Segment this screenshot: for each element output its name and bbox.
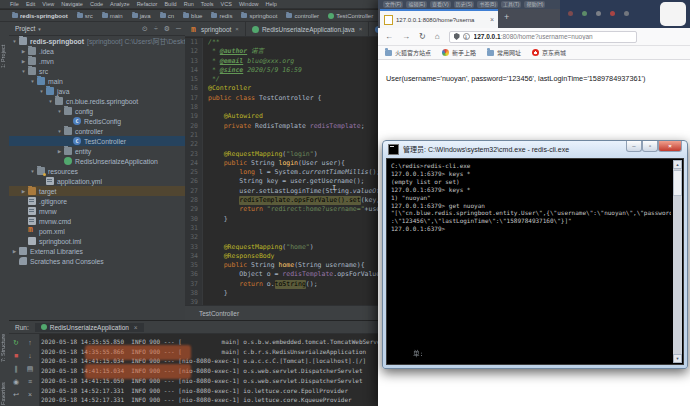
back-icon[interactable]: ← (385, 33, 393, 41)
menu-item[interactable]: Navigate (61, 1, 83, 7)
settings-icon[interactable]: ↩ (13, 391, 19, 398)
tree-item-config[interactable]: ▼config (9, 106, 185, 116)
nav-bar-item[interactable]: main (102, 13, 123, 19)
gear-icon[interactable]: ⚙ (164, 25, 170, 32)
scroll-down-icon[interactable]: ▼ (673, 354, 682, 363)
browser-menu-item[interactable]: 编辑(E) (406, 1, 427, 8)
print-icon[interactable]: ≡ (28, 378, 32, 385)
browser-menu-item[interactable]: 书签(B) (477, 1, 498, 8)
editor-tab[interactable]: RedisUnserialzeApplication.java× (246, 22, 369, 36)
new-tab-button[interactable]: + (504, 12, 509, 22)
menu-item[interactable]: Tools (201, 1, 214, 7)
bookmark-item[interactable]: 常用网址 (487, 48, 521, 57)
tree-item-java[interactable]: ▼java (9, 86, 185, 96)
tree-item--gitignore[interactable]: .gitignore (9, 196, 185, 206)
menu-item[interactable]: Run (184, 1, 194, 7)
tree-item-main[interactable]: ▼main (9, 76, 185, 86)
collapse-all-icon[interactable]: ÷ (154, 25, 158, 32)
browser-menu-item[interactable]: 查看(V) (430, 1, 451, 8)
rerun-icon[interactable]: ↻ (13, 339, 19, 346)
tree-item-cn-blue-redis-springboot[interactable]: ▼cn.blue.redis.springboot (9, 96, 185, 106)
tree-item-redisconfig[interactable]: RedisConfig (9, 116, 185, 126)
tree-item-src[interactable]: ▼src (9, 66, 185, 76)
restore-layout-icon[interactable]: ▤ (27, 365, 34, 372)
snapshot-icon[interactable]: ◉ (13, 378, 19, 385)
reload-icon[interactable]: ↻ (419, 33, 426, 41)
tree-item-testcontroller[interactable]: TestController (9, 136, 185, 146)
menu-item[interactable]: Analyze (110, 1, 130, 7)
url-bar[interactable]: i 127.0.0.1:8080/home?username=nuoyan (449, 31, 637, 43)
nav-bar-item[interactable]: src (77, 13, 93, 19)
menu-item[interactable]: Refactor (137, 1, 158, 7)
menu-item[interactable]: Window (239, 1, 259, 7)
up-stack-icon[interactable]: ↑ (28, 339, 32, 346)
console-scrollbar[interactable]: ▲ ▼ (673, 160, 682, 363)
pause-icon[interactable]: ∥ (14, 365, 18, 372)
editor-tab[interactable]: mspringboot× (185, 22, 246, 36)
locate-icon[interactable]: ⊙ (142, 25, 148, 32)
bookmark-item[interactable]: 京东商城 (532, 48, 566, 57)
tree-item-scratches-and-consoles[interactable]: Scratches and Consoles (9, 256, 185, 266)
tool-button-structure[interactable]: 7: Structure (0, 322, 9, 374)
nav-bar-item[interactable]: java (132, 13, 151, 19)
browser-menu-item[interactable]: 文件(F) (383, 1, 403, 8)
tree-item-mvnw[interactable]: mvnw (9, 206, 185, 216)
browser-menu-item[interactable]: 工具(T) (501, 1, 521, 8)
tree-item-mvnw-cmd[interactable]: mvnw.cmd (9, 216, 185, 226)
tree-item-entity[interactable]: ▶entity (9, 146, 185, 156)
nav-bar-item[interactable]: redis-springboot (12, 13, 68, 19)
tree-item-controller[interactable]: ▼controller (9, 126, 185, 136)
close-button[interactable]: × (658, 141, 682, 152)
tree-item--mvn[interactable]: ▶.mvn (9, 56, 185, 66)
bookmark-item[interactable]: 新手上路 (442, 48, 476, 57)
tree-item-resources[interactable]: ▼resources (9, 166, 185, 176)
nav-bar-item[interactable]: springboot (241, 13, 277, 19)
menu-item[interactable]: File (10, 1, 19, 7)
tree-item-external-libraries[interactable]: ▶External Libraries (9, 246, 185, 256)
forward-icon[interactable]: → (402, 33, 410, 41)
browser-menu-item[interactable]: 历史(S) (454, 1, 475, 8)
chevron-down-icon[interactable]: ▾ (38, 26, 136, 32)
menu-item[interactable]: Edit (26, 1, 35, 7)
menu-item[interactable]: Build (164, 1, 176, 7)
tree-item-application-yml[interactable]: application.yml (9, 176, 185, 186)
browser-tab[interactable]: 127.0.0.1:8080/home?userna × (380, 9, 498, 28)
menu-item[interactable]: VCS (221, 1, 232, 7)
minimize-button[interactable]: – (626, 141, 642, 152)
menu-item[interactable]: Code (90, 1, 103, 7)
url-text[interactable]: 127.0.0.1:8080/home?username=nuoyan (474, 33, 593, 40)
home-icon[interactable]: ⌂ (435, 33, 440, 41)
nav-bar-item[interactable]: TestController (328, 13, 373, 19)
browser-menu-item[interactable]: 帮助(H) (524, 1, 545, 8)
stop-icon[interactable]: ■ (14, 352, 18, 359)
scroll-up-icon[interactable]: ▲ (673, 160, 682, 169)
tab-close-icon[interactable]: × (490, 16, 494, 23)
tree-item--idea[interactable]: ▶.idea (9, 46, 185, 56)
nav-bar-item[interactable]: redis (211, 13, 232, 19)
tree-item-springboot-iml[interactable]: springboot.iml (9, 236, 185, 246)
tree-item-pom-xml[interactable]: pom.xml (9, 226, 185, 236)
hide-panel-icon[interactable]: ─ (176, 25, 181, 32)
nav-bar-item[interactable]: cn (160, 13, 174, 19)
close-icon[interactable]: × (134, 324, 138, 331)
cmd-title-bar[interactable]: 管理员: C:\Windows\system32\cmd.exe - redis… (383, 141, 687, 157)
tree-item-redis-springboot[interactable]: ▼redis-springboot[springboot] C:\Users\阿… (9, 36, 185, 46)
maximize-button[interactable]: ▫ (642, 141, 658, 152)
nav-bar-item[interactable]: blue (183, 13, 202, 19)
tree-item-target[interactable]: ▶target (9, 186, 185, 196)
nav-bar-item[interactable]: controller (286, 13, 319, 19)
info-icon[interactable]: i (463, 33, 470, 40)
bookmark-item[interactable]: 火狐官方站点 (385, 48, 431, 57)
menu-item[interactable]: View (42, 1, 54, 7)
tree-item-redisunserialzeapplication[interactable]: RedisUnserialzeApplication (9, 156, 185, 166)
tool-button-project[interactable]: 1: Project (0, 26, 9, 86)
project-panel-title[interactable]: Project (15, 25, 35, 32)
menu-item[interactable]: Help (265, 1, 276, 7)
cmd-console[interactable]: C:\redis>redis-cli.exe127.0.0.1:6379> ke… (386, 158, 684, 365)
scroll-thumb[interactable] (673, 170, 682, 196)
shield-icon[interactable] (454, 33, 460, 40)
run-tab[interactable]: RedisUnserialzeApplication × (35, 323, 144, 332)
clear-icon[interactable]: × (28, 391, 32, 398)
tool-button-favorites[interactable]: 2: Favorites (0, 374, 9, 406)
breadcrumb-item[interactable]: TestController (199, 310, 239, 317)
